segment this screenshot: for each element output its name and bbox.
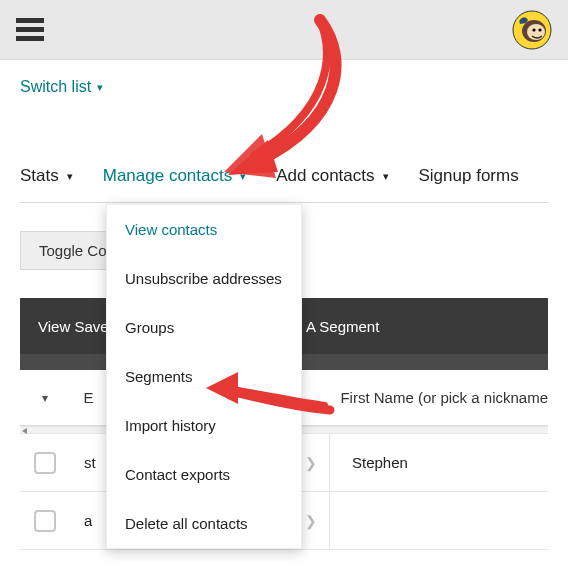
row-checkbox[interactable]: [20, 452, 70, 474]
dropdown-item-contact-exports[interactable]: Contact exports: [107, 450, 301, 499]
dropdown-item-delete-all[interactable]: Delete all contacts: [107, 499, 301, 548]
row-checkbox[interactable]: [20, 510, 70, 532]
row-email[interactable]: st: [84, 454, 96, 471]
svg-point-3: [532, 28, 535, 31]
switch-list-label: Switch list: [20, 78, 91, 96]
column-toggle[interactable]: ▾: [20, 391, 69, 405]
tab-signup-label: Signup forms: [419, 166, 519, 186]
a-segment-button[interactable]: A Segment: [288, 298, 397, 354]
chevron-down-icon: ▾: [67, 170, 73, 183]
chevron-right-icon[interactable]: ❯: [305, 513, 329, 529]
tab-manage-contacts[interactable]: Manage contacts ▾: [103, 154, 246, 202]
dropdown-item-import-history[interactable]: Import history: [107, 401, 301, 450]
menu-hamburger-icon[interactable]: [16, 14, 44, 45]
switch-list-link[interactable]: Switch list ▾: [20, 60, 103, 100]
tab-stats-label: Stats: [20, 166, 59, 186]
tab-manage-label: Manage contacts: [103, 166, 232, 186]
tab-stats[interactable]: Stats ▾: [20, 154, 73, 202]
chevron-down-icon: ▾: [240, 170, 246, 183]
chevron-right-icon[interactable]: ❯: [305, 455, 329, 471]
svg-point-4: [538, 28, 541, 31]
manage-contacts-dropdown: View contacts Unsubscribe addresses Grou…: [106, 204, 302, 549]
a-segment-label: A Segment: [306, 318, 379, 335]
tabs-bar: Stats ▾ Manage contacts ▾ Add contacts ▾…: [20, 154, 548, 203]
row-firstname: Stephen: [330, 454, 548, 471]
chevron-down-icon: ▾: [383, 170, 389, 183]
row-email[interactable]: a: [84, 512, 92, 529]
chevron-down-icon: ▾: [97, 81, 103, 94]
dropdown-item-view-contacts[interactable]: View contacts: [107, 205, 301, 254]
view-saved-label: View Save: [38, 318, 109, 335]
tab-signup-forms[interactable]: Signup forms: [419, 154, 519, 202]
tab-add-label: Add contacts: [276, 166, 374, 186]
column-firstname-header[interactable]: First Name (or pick a nickname: [326, 389, 548, 406]
dropdown-item-groups[interactable]: Groups: [107, 303, 301, 352]
tab-add-contacts[interactable]: Add contacts ▾: [276, 154, 388, 202]
mailchimp-logo: [512, 10, 552, 50]
dropdown-item-unsubscribe[interactable]: Unsubscribe addresses: [107, 254, 301, 303]
dropdown-item-segments[interactable]: Segments: [107, 352, 301, 401]
